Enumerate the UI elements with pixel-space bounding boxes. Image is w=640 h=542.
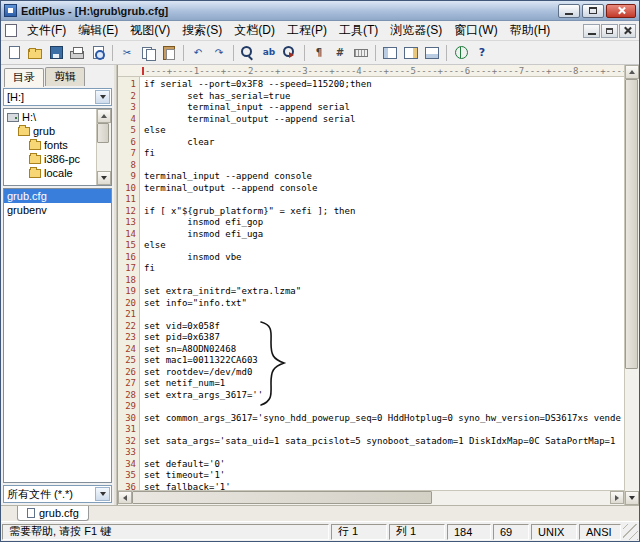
tree-item-i386-pc[interactable]: i386-pc xyxy=(4,152,96,166)
code-viewport: 1234567891011121314151617181920212223242… xyxy=(118,77,624,490)
toggle-line-numbers-icon: # xyxy=(333,46,347,60)
menu-item-9[interactable]: 帮助(H) xyxy=(504,20,557,41)
find-next-button[interactable] xyxy=(280,43,300,63)
folder-icon xyxy=(29,155,41,164)
vertical-scroll-track[interactable] xyxy=(625,79,639,491)
context-help-icon: ? xyxy=(475,46,489,60)
directory-window-button[interactable] xyxy=(380,43,400,63)
menu-item-1[interactable]: 编辑(E) xyxy=(72,20,124,41)
save-button[interactable] xyxy=(46,43,66,63)
ruler-scale: ----+----1----+----2----+----3----+----4… xyxy=(145,66,624,76)
menu-item-4[interactable]: 文档(D) xyxy=(228,20,281,41)
line-number: 13 xyxy=(118,217,136,229)
output-window-button[interactable] xyxy=(422,43,442,63)
file-item-grubenv[interactable]: grubenv xyxy=(4,203,111,217)
line-number: 18 xyxy=(118,275,136,287)
title-bar: EditPlus - [H:\grub\grub.cfg] xyxy=(1,1,639,21)
close-button[interactable] xyxy=(606,4,636,18)
minimize-button[interactable] xyxy=(558,4,580,18)
menu-item-2[interactable]: 视图(V) xyxy=(124,20,176,41)
code-line: set default='0' xyxy=(144,459,624,471)
sidebar-tab-item[interactable]: 剪辑 xyxy=(45,67,85,86)
tree-item-locale[interactable]: locale xyxy=(4,166,96,180)
tree-item-fonts[interactable]: fonts xyxy=(4,138,96,152)
tree-item-label: H:\ xyxy=(22,111,36,123)
scroll-up-button[interactable] xyxy=(625,65,639,79)
menu-item-3[interactable]: 搜索(S) xyxy=(176,20,228,41)
menu-item-8[interactable]: 窗口(W) xyxy=(448,20,503,41)
tree-item-label: i386-pc xyxy=(44,153,80,165)
resize-grip[interactable] xyxy=(623,524,638,540)
tree-item-grub[interactable]: grub xyxy=(4,124,96,138)
replace-button[interactable]: ab xyxy=(259,43,279,63)
tree-scroll-down-button[interactable] xyxy=(97,171,111,185)
file-item-grub-cfg[interactable]: grub.cfg xyxy=(4,189,111,203)
code-line: set rootdev=/dev/md0 xyxy=(144,367,624,379)
line-number: 7 xyxy=(118,148,136,160)
menu-item-0[interactable]: 文件(F) xyxy=(21,20,72,41)
sidebar-tab-item[interactable]: 目录 xyxy=(4,68,44,87)
tree-item-h[interactable]: H:\ xyxy=(4,110,96,124)
editplus-window: EditPlus - [H:\grub\grub.cfg] 文件(F)编辑(E)… xyxy=(0,0,640,542)
toggle-word-wrap-button[interactable]: ¶ xyxy=(309,43,329,63)
copy-button[interactable] xyxy=(138,43,158,63)
file-filter[interactable]: 所有文件 (*.*) xyxy=(3,485,112,503)
vertical-scroll-thumb[interactable] xyxy=(625,79,638,369)
context-help-button[interactable]: ? xyxy=(472,43,492,63)
code-line: set info="info.txt" xyxy=(144,298,624,310)
drive-dropdown-button[interactable] xyxy=(95,90,110,104)
filter-dropdown-button[interactable] xyxy=(95,487,110,501)
code-line xyxy=(144,275,624,287)
paste-button[interactable] xyxy=(159,43,179,63)
mdi-restore-button[interactable] xyxy=(601,24,618,38)
mdi-minimize-button[interactable] xyxy=(583,24,600,38)
status-message: 需要帮助, 请按 F1 键 xyxy=(2,524,329,540)
tree-scroll-up-button[interactable] xyxy=(97,109,111,123)
scroll-left-button[interactable] xyxy=(118,491,132,504)
tree-item-label: locale xyxy=(44,167,73,179)
code-line xyxy=(144,401,624,413)
scroll-down-button[interactable] xyxy=(625,491,639,505)
paste-icon xyxy=(162,46,176,60)
maximize-button[interactable] xyxy=(582,4,604,18)
horizontal-scroll-thumb[interactable] xyxy=(132,491,432,504)
code-lines[interactable]: if serial --port=0x3F8 --speed=115200;th… xyxy=(140,77,624,490)
undo-button[interactable]: ↶ xyxy=(188,43,208,63)
print-button[interactable] xyxy=(67,43,87,63)
new-file-button[interactable] xyxy=(4,43,24,63)
toggle-line-numbers-button[interactable]: # xyxy=(330,43,350,63)
print-preview-button[interactable] xyxy=(88,43,108,63)
line-number: 8 xyxy=(118,160,136,172)
drive-selector[interactable]: [H:] xyxy=(3,88,112,106)
code-line: set common_args_3617='syno_hdd_powerup_s… xyxy=(144,413,624,425)
toggle-ruler-button[interactable] xyxy=(351,43,371,63)
arrow-up-icon xyxy=(101,111,107,118)
mdi-close-button[interactable] xyxy=(619,24,636,38)
code-line: terminal_output --append console xyxy=(144,183,624,195)
document-system-icon[interactable] xyxy=(5,24,17,37)
menu-item-5[interactable]: 工程(P) xyxy=(281,20,333,41)
document-tab-grub-cfg[interactable]: grub.cfg xyxy=(17,506,89,521)
cut-button[interactable]: ✂ xyxy=(117,43,137,63)
menu-item-6[interactable]: 工具(T) xyxy=(333,20,384,41)
folder-icon xyxy=(29,169,41,178)
status-segments: 行 1列 118469UNIXANSI xyxy=(331,524,621,540)
mdi-close-icon xyxy=(623,26,632,35)
redo-button[interactable]: ↷ xyxy=(209,43,229,63)
browser-button[interactable] xyxy=(451,43,471,63)
cliptext-window-button[interactable] xyxy=(401,43,421,63)
code-line: terminal_input --append console xyxy=(144,171,624,183)
tree-scroll-thumb[interactable] xyxy=(97,123,109,143)
scroll-right-button[interactable] xyxy=(610,491,624,504)
vertical-scrollbar[interactable] xyxy=(624,65,639,505)
status-segment-5: ANSI xyxy=(579,524,621,540)
find-button[interactable] xyxy=(238,43,258,63)
horizontal-scroll-track[interactable] xyxy=(132,491,610,505)
copy-icon xyxy=(141,46,155,60)
horizontal-scrollbar[interactable] xyxy=(118,490,624,505)
menu-item-7[interactable]: 浏览器(S) xyxy=(384,20,448,41)
open-file-button[interactable] xyxy=(25,43,45,63)
tree-scroll-track[interactable] xyxy=(97,123,111,171)
tree-scrollbar[interactable] xyxy=(96,109,111,185)
main-area: 目录剪辑 [H:] H:\grubfontsi386-pclocale grub… xyxy=(1,65,639,505)
